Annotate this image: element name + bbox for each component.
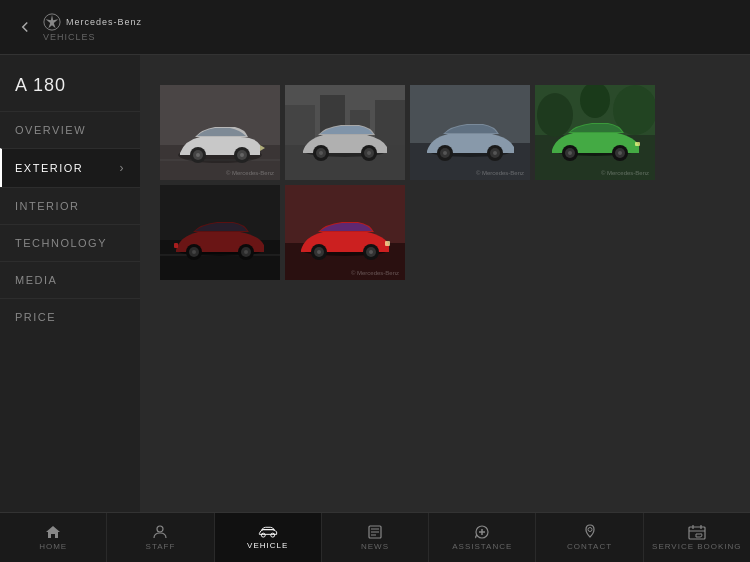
svg-point-8 (196, 153, 200, 157)
svg-rect-14 (285, 105, 315, 145)
back-label: VEHICLES (43, 32, 142, 42)
svg-point-11 (240, 153, 244, 157)
nav-staff-label: STAFF (146, 542, 176, 551)
svg-point-71 (261, 533, 265, 537)
sidebar-item-interior[interactable]: INTERIOR (0, 187, 140, 224)
svg-point-37 (537, 93, 573, 137)
nav-news-label: NEWS (361, 542, 389, 551)
watermark-1: © Mercedes-Benz (226, 170, 274, 176)
nav-vehicle[interactable]: VEHICLE (215, 513, 322, 562)
svg-point-24 (367, 151, 371, 155)
nav-home-label: HOME (39, 542, 67, 551)
svg-point-46 (618, 151, 622, 155)
menu-exterior-label: EXTERIOR (15, 162, 83, 174)
menu-interior-label: INTERIOR (15, 200, 80, 212)
vehicle-icon (257, 525, 279, 539)
car-model-title: A 180 (0, 55, 140, 111)
nav-contact-label: CONTACT (567, 542, 612, 551)
nav-service-booking[interactable]: SERVICE BOOKING (644, 513, 750, 562)
svg-point-65 (317, 250, 321, 254)
svg-point-57 (244, 250, 248, 254)
svg-rect-69 (385, 241, 390, 246)
nav-service-booking-label: SERVICE BOOKING (652, 542, 742, 551)
nav-vehicle-label: VEHICLE (247, 541, 288, 550)
nav-home[interactable]: HOME (0, 513, 107, 562)
contact-icon (583, 524, 597, 540)
back-arrow-icon (15, 17, 35, 37)
menu-overview-label: OVERVIEW (15, 124, 86, 136)
svg-rect-47 (635, 142, 640, 146)
sidebar-item-price[interactable]: PRICE (0, 298, 140, 335)
svg-point-21 (319, 151, 323, 155)
photo-grid: © Mercedes-Benz (160, 85, 730, 280)
menu-price-label: PRICE (15, 311, 56, 323)
nav-staff[interactable]: STAFF (107, 513, 214, 562)
brand-logo: Mercedes-Benz (43, 13, 142, 31)
sidebar-item-media[interactable]: MEDIA (0, 261, 140, 298)
svg-point-70 (157, 526, 163, 532)
photo-4[interactable]: © Mercedes-Benz (535, 85, 655, 180)
brand-name: Mercedes-Benz (66, 17, 142, 27)
car-image-1 (160, 85, 280, 180)
photo-1[interactable]: © Mercedes-Benz (160, 85, 280, 180)
svg-rect-17 (375, 100, 405, 145)
nav-contact[interactable]: CONTACT (536, 513, 643, 562)
main-content: © Mercedes-Benz (140, 55, 750, 512)
mercedes-star-icon (43, 13, 61, 31)
svg-point-31 (443, 151, 447, 155)
watermark-6: © Mercedes-Benz (351, 270, 399, 276)
sidebar-item-exterior[interactable]: EXTERIOR › (0, 148, 140, 187)
nav-assistance[interactable]: ASSISTANCE (429, 513, 536, 562)
watermark-4: © Mercedes-Benz (601, 170, 649, 176)
nav-news[interactable]: NEWS (322, 513, 429, 562)
nav-assistance-label: ASSISTANCE (452, 542, 512, 551)
svg-point-68 (369, 250, 373, 254)
menu-media-label: MEDIA (15, 274, 57, 286)
sidebar-item-technology[interactable]: TECHNOLOGY (0, 224, 140, 261)
photo-2[interactable] (285, 85, 405, 180)
sidebar-item-overview[interactable]: OVERVIEW (0, 111, 140, 148)
photo-3[interactable]: © Mercedes-Benz (410, 85, 530, 180)
chevron-right-icon: › (120, 161, 126, 175)
news-icon (367, 524, 383, 540)
menu-technology-label: TECHNOLOGY (15, 237, 107, 249)
car-image-2 (285, 85, 405, 180)
watermark-3: © Mercedes-Benz (476, 170, 524, 176)
svg-rect-58 (174, 243, 178, 248)
home-icon (45, 524, 61, 540)
photo-6[interactable]: © Mercedes-Benz (285, 185, 405, 280)
bottom-nav: HOME STAFF VEHICLE NEWS (0, 512, 750, 562)
svg-point-43 (568, 151, 572, 155)
svg-point-80 (588, 528, 592, 532)
service-booking-icon (688, 524, 706, 540)
svg-marker-1 (46, 14, 59, 27)
back-button[interactable]: Mercedes-Benz VEHICLES (15, 13, 142, 42)
car-image-6 (285, 185, 405, 280)
car-image-3 (410, 85, 530, 180)
car-image-5 (160, 185, 280, 280)
car-image-4 (535, 85, 655, 180)
brand-info: Mercedes-Benz VEHICLES (43, 13, 142, 42)
assistance-icon (474, 524, 490, 540)
svg-point-54 (192, 250, 196, 254)
sidebar: A 180 OVERVIEW EXTERIOR › INTERIOR TECHN… (0, 55, 140, 512)
photo-5[interactable] (160, 185, 280, 280)
staff-icon (152, 524, 168, 540)
header: Mercedes-Benz VEHICLES (0, 0, 750, 55)
svg-point-34 (493, 151, 497, 155)
svg-point-72 (270, 533, 274, 537)
